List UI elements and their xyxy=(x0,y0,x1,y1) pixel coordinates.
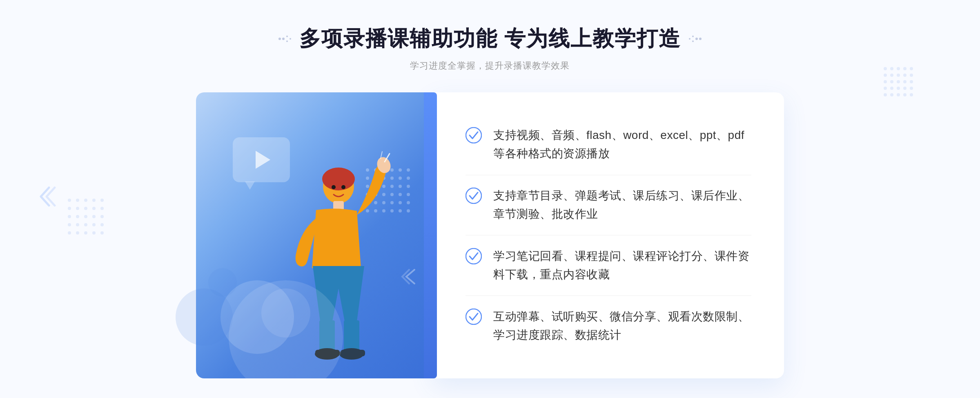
svg-point-20 xyxy=(399,177,402,180)
bg-dots-top-right xyxy=(882,65,915,100)
svg-point-57 xyxy=(332,185,336,189)
svg-point-80 xyxy=(884,87,887,90)
svg-point-67 xyxy=(897,67,900,70)
check-icon-1 xyxy=(466,127,482,143)
svg-point-111 xyxy=(76,231,79,235)
svg-point-44 xyxy=(399,209,402,212)
svg-point-97 xyxy=(84,207,87,210)
svg-point-79 xyxy=(910,80,913,83)
svg-point-75 xyxy=(884,80,887,83)
svg-point-104 xyxy=(100,215,104,218)
chevron-left-decoration xyxy=(37,184,57,214)
illustration-figure xyxy=(259,150,398,378)
svg-point-77 xyxy=(897,80,900,83)
svg-point-33 xyxy=(407,193,410,196)
feature-item-4: 互动弹幕、试听购买、微信分享、观看次数限制、学习进度跟踪、数据统计 xyxy=(466,300,751,352)
svg-point-6 xyxy=(695,38,698,40)
svg-point-98 xyxy=(92,207,96,210)
svg-point-26 xyxy=(399,185,402,188)
svg-point-38 xyxy=(399,201,402,204)
svg-point-84 xyxy=(910,87,913,90)
svg-point-0 xyxy=(278,38,281,40)
svg-point-110 xyxy=(68,231,71,235)
divider-2 xyxy=(466,235,751,235)
svg-point-65 xyxy=(884,67,887,70)
svg-point-15 xyxy=(407,168,410,172)
check-icon-2 xyxy=(466,188,482,204)
header-section: 多项录播课辅助功能 专为线上教学打造 学习进度全掌握，提升录播课教学效果 xyxy=(278,25,702,72)
svg-point-83 xyxy=(903,87,906,90)
svg-point-102 xyxy=(84,215,87,218)
feature-text-1: 支持视频、音频、flash、word、excel、ppt、pdf等各种格式的资源… xyxy=(493,126,751,163)
svg-point-71 xyxy=(890,74,893,77)
check-icon-4 xyxy=(466,309,482,325)
svg-point-2 xyxy=(286,36,288,37)
svg-point-106 xyxy=(76,223,79,226)
svg-point-66 xyxy=(890,67,893,70)
deco-chevrons xyxy=(400,266,421,288)
svg-point-39 xyxy=(407,201,410,204)
svg-point-89 xyxy=(910,93,913,96)
svg-point-8 xyxy=(692,40,694,42)
svg-point-62 xyxy=(466,188,481,203)
svg-point-74 xyxy=(910,74,913,77)
content-section: 支持视频、音频、flash、word、excel、ppt、pdf等各种格式的资源… xyxy=(196,92,784,378)
left-decorator xyxy=(278,35,291,43)
svg-point-48 xyxy=(326,168,343,181)
svg-point-14 xyxy=(399,168,402,172)
blue-circle-left xyxy=(176,288,233,346)
check-icon-3 xyxy=(466,248,482,264)
svg-point-64 xyxy=(466,309,481,324)
feature-item-2: 支持章节目录、弹题考试、课后练习、课后作业、章节测验、批改作业 xyxy=(466,179,751,231)
svg-point-85 xyxy=(884,93,887,96)
bg-dots-mid-left xyxy=(65,196,106,239)
svg-point-109 xyxy=(100,223,104,226)
svg-point-100 xyxy=(68,215,71,218)
main-title: 多项录播课辅助功能 专为线上教学打造 xyxy=(299,25,681,53)
svg-rect-54 xyxy=(315,350,340,356)
svg-point-4 xyxy=(290,38,291,40)
svg-point-99 xyxy=(100,207,104,210)
svg-point-113 xyxy=(92,231,96,235)
right-decorator xyxy=(689,35,702,43)
svg-point-70 xyxy=(884,74,887,77)
svg-point-21 xyxy=(407,177,410,180)
svg-point-107 xyxy=(84,223,87,226)
feature-item-1: 支持视频、音频、flash、word、excel、ppt、pdf等各种格式的资源… xyxy=(466,119,751,170)
svg-point-5 xyxy=(699,38,702,40)
svg-point-72 xyxy=(897,74,900,77)
feature-text-3: 学习笔记回看、课程提问、课程评论打分、课件资料下载，重点内容收藏 xyxy=(493,247,751,284)
left-panel xyxy=(196,92,433,378)
svg-point-45 xyxy=(407,209,410,212)
feature-text-2: 支持章节目录、弹题考试、课后练习、课后作业、章节测验、批改作业 xyxy=(493,187,751,224)
svg-point-90 xyxy=(68,199,71,202)
svg-point-3 xyxy=(286,40,288,42)
svg-point-78 xyxy=(903,80,906,83)
svg-point-32 xyxy=(399,193,402,196)
svg-point-92 xyxy=(84,199,87,202)
svg-point-112 xyxy=(84,231,87,235)
feature-text-4: 互动弹幕、试听购买、微信分享、观看次数限制、学习进度跟踪、数据统计 xyxy=(493,308,751,344)
svg-point-27 xyxy=(407,185,410,188)
subtitle: 学习进度全掌握，提升录播课教学效果 xyxy=(278,60,702,72)
svg-point-69 xyxy=(910,67,913,70)
divider-1 xyxy=(466,175,751,175)
svg-point-82 xyxy=(897,87,900,90)
blue-circle-small xyxy=(208,268,237,297)
svg-point-101 xyxy=(76,215,79,218)
svg-point-9 xyxy=(689,38,690,40)
svg-point-95 xyxy=(68,207,71,210)
svg-point-108 xyxy=(92,223,96,226)
svg-point-81 xyxy=(890,87,893,90)
svg-point-73 xyxy=(903,74,906,77)
svg-point-93 xyxy=(92,199,96,202)
svg-point-68 xyxy=(903,67,906,70)
svg-point-114 xyxy=(100,231,104,235)
svg-point-58 xyxy=(341,185,345,189)
svg-point-87 xyxy=(897,93,900,96)
title-row: 多项录播课辅助功能 专为线上教学打造 xyxy=(278,25,702,53)
blue-accent-bar xyxy=(424,92,437,378)
svg-point-88 xyxy=(903,93,906,96)
svg-point-61 xyxy=(466,127,481,143)
svg-point-91 xyxy=(76,199,79,202)
